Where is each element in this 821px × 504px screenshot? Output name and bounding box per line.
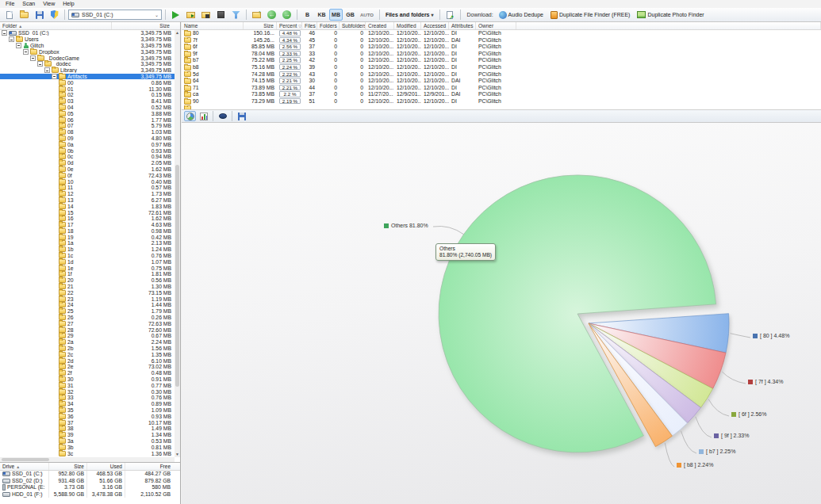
tree-item-1d[interactable]: 1d1.07 MB xyxy=(0,258,175,265)
unit-button-kb[interactable]: KB xyxy=(315,9,328,21)
table-row[interactable]: 80150.16...4.48 %460012/10/20...12/10/20… xyxy=(182,30,821,37)
tree-item-3b[interactable]: 3b0.81 MB xyxy=(0,444,175,450)
scan-folder-button[interactable] xyxy=(184,9,198,21)
drive-row-personal[interactable]: PERSONAL (E:3.73 GB3.16 GB580 MB xyxy=(0,484,180,491)
tree-item-ssd_01-c-[interactable]: SSD_01 (C:)3,349.75 MB xyxy=(0,30,175,36)
new-scan-button[interactable] xyxy=(2,9,16,21)
collapse-box-icon[interactable] xyxy=(9,36,14,42)
pie-chart-tab[interactable] xyxy=(184,111,196,121)
tree-item-2e[interactable]: 2e73.02 MB xyxy=(0,364,175,370)
column-header-subfolders[interactable]: Subfolders xyxy=(340,22,366,29)
column-header-files[interactable]: Files xyxy=(302,22,317,29)
tree-item-1b[interactable]: 1b1.24 MB xyxy=(0,246,175,253)
unit-button-auto[interactable]: AUTO xyxy=(358,9,376,21)
collapse-box-icon[interactable] xyxy=(16,43,21,48)
tree-item-04[interactable]: 040.52 MB xyxy=(0,105,175,111)
stop-scan-button[interactable] xyxy=(214,9,228,21)
table-row[interactable]: b875.16 MB2.24 %390012/10/20...12/10/20.… xyxy=(182,64,821,71)
scroll-down-arrow-icon[interactable]: ▼ xyxy=(175,452,180,457)
table-row[interactable]: b775.22 MB2.25 %420012/10/20...12/10/20.… xyxy=(182,57,821,64)
unit-button-mb[interactable]: MB xyxy=(329,9,343,21)
tree-item-35[interactable]: 351.09 MB xyxy=(0,407,175,414)
back-button[interactable] xyxy=(265,9,278,21)
scroll-up-arrow-icon[interactable]: ▲ xyxy=(175,30,180,36)
column-header-accessed[interactable]: Accessed xyxy=(421,22,449,29)
collapse-box-icon[interactable] xyxy=(44,67,50,73)
column-header-name[interactable]: Name xyxy=(182,22,244,29)
scrollbar-thumb[interactable] xyxy=(2,458,49,461)
scrollbar-thumb[interactable] xyxy=(175,165,179,387)
tree-item-0b[interactable]: 0b0.93 MB xyxy=(0,147,175,154)
up-folder-button[interactable] xyxy=(250,9,263,21)
collapse-box-icon[interactable] xyxy=(30,55,36,61)
tree-header-folder[interactable]: Folder ▲ xyxy=(0,22,112,29)
promo-duplicate-photo-finder[interactable]: Duplicate Photo Finder xyxy=(635,9,706,21)
drive-row-ssd_02[interactable]: SSD_02 (D:)931.48 GB51.66 GB879.82 GB xyxy=(0,478,180,485)
tree-item-01[interactable]: 0111.30 MB xyxy=(0,86,175,92)
tree-item-38[interactable]: 381.49 MB xyxy=(0,426,175,432)
tree-item-2d[interactable]: 2d6.10 MB xyxy=(0,357,175,364)
bar-chart-tab[interactable] xyxy=(198,111,209,121)
menu-scan[interactable]: Scan xyxy=(18,0,39,8)
open-button[interactable] xyxy=(17,9,31,21)
tree-item-library[interactable]: Library3,349.75 MB xyxy=(0,67,175,74)
collapse-box-icon[interactable] xyxy=(23,49,29,55)
drive-row-hdd_01[interactable]: HDD_01 (F:)5,588.90 GB3,478.38 GB2,110.5… xyxy=(0,491,180,498)
tree-item-0f[interactable]: 0f72.43 MB xyxy=(0,172,175,178)
drives-header-size[interactable]: Size xyxy=(49,463,87,470)
tree-item-1a[interactable]: 1a2.13 MB xyxy=(0,240,175,246)
column-header-size[interactable]: Size xyxy=(244,22,277,29)
tree-item-1e[interactable]: 1e0.75 MB xyxy=(0,265,175,271)
report-button[interactable] xyxy=(443,9,457,21)
tree-item-30[interactable]: 300.91 MB xyxy=(0,376,175,383)
view-mode-dropdown[interactable]: Files and folders ▾ xyxy=(383,9,436,21)
menu-file[interactable]: File xyxy=(2,0,18,8)
table-row[interactable]: 9f78.04 MB2.33 %330012/10/20...12/10/20.… xyxy=(182,51,821,58)
tree-item-08[interactable]: 081.03 MB xyxy=(0,129,175,136)
collapse-box-icon[interactable] xyxy=(2,30,7,36)
tree-item-36[interactable]: 360.93 MB xyxy=(0,413,175,419)
tree-item-0a[interactable]: 0a0.97 MB xyxy=(0,141,175,147)
table-row[interactable]: ca73.85 MB2.2 %370011/27/20...12/9/201..… xyxy=(182,91,821,98)
column-header-created[interactable]: Created xyxy=(366,22,394,29)
column-header-percent[interactable]: Percent ▽ xyxy=(277,22,302,29)
drives-header-drive[interactable]: Drive ▲ xyxy=(0,463,49,470)
tree-item-05[interactable]: 053.88 MB xyxy=(0,110,175,116)
tree-item-24[interactable]: 241.44 MB xyxy=(0,302,175,308)
tree-item-1f[interactable]: 1f1.81 MB xyxy=(0,271,175,277)
promo-duplicate-file-finder[interactable]: Duplicate File Finder (FREE) xyxy=(548,9,632,21)
tree-item-21[interactable]: 211.30 MB xyxy=(0,284,175,290)
unit-button-gb[interactable]: GB xyxy=(343,9,357,21)
tree-item-3a[interactable]: 3a0.53 MB xyxy=(0,438,175,445)
tree-item-15[interactable]: 1572.61 MB xyxy=(0,209,175,216)
menu-help[interactable]: Help xyxy=(59,0,78,8)
tree-item-22[interactable]: 2273.15 MB xyxy=(0,289,175,296)
tree-item-37[interactable]: 3710.17 MB xyxy=(0,419,175,426)
tree-item-00[interactable]: 000.86 MB xyxy=(0,79,175,86)
tree-item-13[interactable]: 136.27 MB xyxy=(0,197,175,204)
tree-item-02[interactable]: 020.15 MB xyxy=(0,92,175,98)
tree-item-0e[interactable]: 0e1.62 MB xyxy=(0,166,175,173)
table-row[interactable]: 7f145.26...4.34 %450012/10/20...12/10/20… xyxy=(182,37,821,44)
tree-item-29[interactable]: 290.67 MB xyxy=(0,333,175,339)
tree-item-27[interactable]: 2772.63 MB xyxy=(0,320,175,326)
tree-item-0d[interactable]: 0d2.05 MB xyxy=(0,160,175,166)
tree-item-25[interactable]: 251.79 MB xyxy=(0,308,175,315)
tree-item-3c[interactable]: 3c1.36 MB xyxy=(0,450,175,456)
tree-item-31[interactable]: 310.77 MB xyxy=(0,382,175,388)
rescan-button[interactable] xyxy=(199,9,213,21)
forward-button[interactable] xyxy=(280,9,293,21)
table-row[interactable]: 6474.15 MB2.21 %300012/10/20...12/10/20.… xyxy=(182,78,821,85)
tree-item-10[interactable]: 100.40 MB xyxy=(0,178,175,185)
unit-button-b[interactable]: B xyxy=(301,9,314,21)
table-row[interactable]: 5d74.28 MB2.22 %430012/10/20...12/10/20.… xyxy=(182,71,821,78)
tree-item-12[interactable]: 121.73 MB xyxy=(0,191,175,197)
tree-item-32[interactable]: 320.30 MB xyxy=(0,388,175,395)
tree-vertical-scrollbar[interactable]: ▲ ▼ xyxy=(175,30,180,457)
save-chart-button[interactable] xyxy=(236,111,247,121)
tree-item-28[interactable]: 2872.60 MB xyxy=(0,326,175,333)
drive-selector-dropdown[interactable]: SSD_01 (C:) ⌄ xyxy=(68,10,162,20)
tree-item-06[interactable]: 061.77 MB xyxy=(0,116,175,123)
table-row-partial[interactable] xyxy=(182,105,821,109)
tree-item-users[interactable]: Users3,349.75 MB xyxy=(0,36,175,43)
